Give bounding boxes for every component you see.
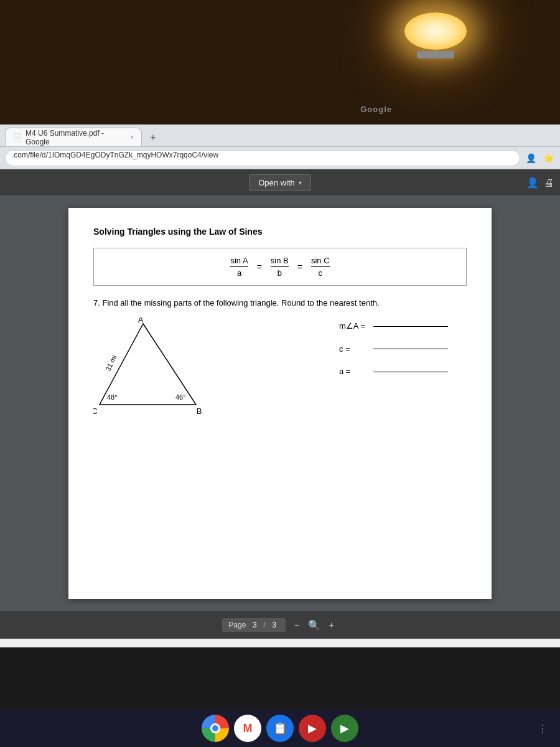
top-dark-area (0, 0, 560, 137)
taskbar-gmail-icon[interactable]: M (234, 715, 261, 742)
google-logo: Google (360, 105, 392, 114)
toolbar-right-icons: 👤 🖨 (526, 177, 554, 189)
triangle-diagram: A C B 31 mi 48° 46° (93, 317, 218, 420)
bookmark-icon[interactable]: ⭐ (541, 151, 555, 165)
bottom-dark-area (0, 647, 560, 710)
pdf-page: Solving Triangles using the Law of Sines… (68, 208, 492, 599)
m4a-blank (373, 326, 448, 327)
new-tab-button[interactable]: + (144, 129, 162, 146)
fraction-bar-b (271, 266, 289, 267)
ceiling-light (398, 12, 473, 62)
a-blank (373, 372, 448, 372)
page-separator: / (263, 621, 265, 629)
c-label: c = (339, 341, 370, 359)
page-label: Page (228, 621, 246, 629)
zoom-in-button[interactable]: + (325, 619, 338, 631)
ceiling-light-base (417, 51, 454, 59)
youtube-symbol: ▶ (308, 721, 317, 735)
equals-2: = (295, 262, 305, 272)
sinC-top: sin C (311, 256, 330, 265)
url-input[interactable]: .com/file/d/1IOmqGD4EgODyTnGZk_mqyHOWx7r… (5, 150, 520, 166)
tab-close-button[interactable]: × (130, 134, 134, 141)
address-bar: .com/file/d/1IOmqGD4EgODyTnGZk_mqyHOWx7r… (0, 147, 560, 169)
print-icon[interactable]: 🖨 (544, 177, 554, 188)
ceiling-light-fixture (404, 12, 467, 50)
page-controls: Page 3 / 3 (222, 618, 285, 632)
fraction-sinA: sin A a (230, 256, 248, 278)
question-7: 7. Find all the missing parts of the fol… (93, 298, 467, 308)
taskbar: M 📋 ▶ ▶ ⋮ (0, 710, 560, 747)
browser-window: 📄 M4 U6 Summative.pdf - Google × + .com/… (0, 125, 560, 660)
sinA-top: sin A (230, 256, 248, 265)
play-symbol: ▶ (340, 721, 349, 735)
angle-c-label: 48° (107, 393, 118, 401)
address-bar-icons: 👤 ⭐ (524, 151, 555, 165)
pdf-content: Solving Triangles using the Law of Sines… (0, 195, 560, 611)
taskbar-chrome-icon[interactable] (202, 715, 229, 742)
answers-section: m∠A = c = a = (339, 317, 467, 386)
taskbar-docs-icon[interactable]: 📋 (266, 715, 294, 742)
m4a-label: m∠A = (339, 317, 370, 336)
tab-bar: 📄 M4 U6 Summative.pdf - Google × + (0, 125, 560, 147)
search-button[interactable]: 🔍 (308, 619, 320, 631)
side-label: 31 mi (104, 354, 118, 372)
sinC-bottom: c (318, 268, 322, 278)
sinB-top: sin B (271, 256, 289, 265)
pdf-icon: 📄 (13, 133, 22, 141)
vertex-b-label: B (197, 406, 202, 416)
current-page: 3 (250, 621, 259, 629)
answer-c: c = (339, 341, 448, 359)
fraction-bar-a (230, 266, 248, 267)
vertex-a-label: A (138, 317, 144, 324)
equals-1: = (254, 262, 264, 272)
triangle-svg: A C B 31 mi 48° 46° (93, 317, 218, 417)
sinB-bottom: b (278, 268, 282, 278)
open-with-label: Open with (258, 178, 295, 187)
sinA-bottom: a (237, 268, 241, 278)
browser-tab[interactable]: 📄 M4 U6 Summative.pdf - Google × (5, 128, 142, 146)
open-with-arrow: ▾ (299, 179, 302, 186)
vertex-c-label: C (93, 406, 98, 416)
taskbar-play-icon[interactable]: ▶ (331, 715, 358, 742)
law-of-sines-formula: sin A a = sin B b = sin C (106, 256, 454, 278)
total-pages: 3 (269, 621, 279, 629)
pdf-bottom-bar: Page 3 / 3 − 🔍 + (0, 611, 560, 639)
triangle-section: A C B 31 mi 48° 46° m∠A = (93, 317, 467, 420)
profile-icon[interactable]: 👤 (524, 151, 538, 165)
user-icon[interactable]: 👤 (526, 177, 539, 189)
pdf-heading: Solving Triangles using the Law of Sines (93, 227, 467, 237)
fraction-sinC: sin C c (311, 256, 330, 278)
docs-symbol: 📋 (273, 721, 287, 735)
taskbar-overflow-dots[interactable]: ⋮ (538, 723, 548, 735)
angle-b-label: 46° (175, 393, 186, 401)
gmail-letter: M (243, 722, 253, 735)
a-label: a = (339, 363, 370, 381)
zoom-out-button[interactable]: − (291, 619, 303, 631)
c-blank (373, 349, 448, 349)
fraction-bar-c (311, 266, 330, 267)
taskbar-youtube-icon[interactable]: ▶ (299, 715, 326, 742)
formula-box: sin A a = sin B b = sin C (93, 248, 467, 286)
pdf-viewer: Open with ▾ 👤 🖨 Solving Triangles using … (0, 169, 560, 639)
fraction-sinB: sin B b (271, 256, 289, 278)
open-with-button[interactable]: Open with ▾ (249, 174, 311, 191)
tab-title: M4 U6 Summative.pdf - Google (26, 129, 124, 146)
pdf-toolbar: Open with ▾ 👤 🖨 (0, 169, 560, 195)
answer-m4a: m∠A = (339, 317, 448, 336)
answer-a: a = (339, 363, 448, 381)
